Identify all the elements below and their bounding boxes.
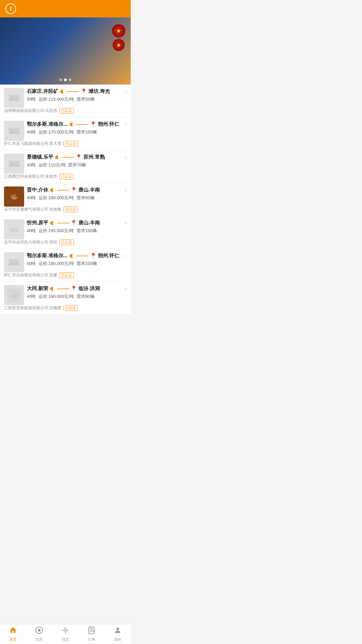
freight-item-1[interactable]: 石家庄.井陉矿 —— 📍 潍坊.寿光 50吨 运价:115.000元/吨 需求5… <box>0 85 131 117</box>
item-thumb <box>4 121 24 141</box>
chevron-right-icon: › <box>125 154 127 161</box>
chevron-right-icon: › <box>125 121 127 128</box>
pin-icon: 📍 <box>75 154 82 160</box>
route-arrow: —— <box>69 252 88 259</box>
certified-badge: 已认证 <box>59 272 74 278</box>
freight-item-6[interactable]: 鄂尔多斯.准格尔... —— 📍 朔州.怀仁 40吨 运价:180.000元/吨… <box>0 249 131 282</box>
freight-item-4[interactable]: 🍜 晋中.介休 —— 📍 唐山.丰南 40吨 运价:180.000元/吨 需求5 <box>0 183 131 216</box>
freight-item-2[interactable]: 鄂尔多斯.准格尔... —— 📍 朔州.怀仁 40吨 运价:170.000元/吨… <box>0 117 131 150</box>
route-dest: 潍坊.寿光 <box>88 88 110 95</box>
certified-badge: 已认证 <box>63 141 78 147</box>
chevron-right-icon: › <box>125 285 127 292</box>
item-company-row: 江西腾宏钙业有限公司:朱相华 已认证 <box>4 174 127 179</box>
route-row: 石家庄.井陉矿 —— 📍 潍坊.寿光 <box>27 88 123 95</box>
route-arrow: —— <box>50 186 69 194</box>
route-row: 大同.新荣 —— 📍 临汾.洪洞 <box>27 285 123 292</box>
route-row: 鄂尔多斯.准格尔... —— 📍 朔州.怀仁 <box>27 121 123 128</box>
item-content-row: 景德镇.乐平 —— 📍 苏州.常熟 40吨 运价:110元/吨 需求70辆 › <box>4 154 127 174</box>
freight-item-3[interactable]: 景德镇.乐平 —— 📍 苏州.常熟 40吨 运价:110元/吨 需求70辆 › <box>0 150 131 183</box>
item-company-row: 江西晋景新能源有限公司:洪雅茜 已认证 <box>4 305 127 311</box>
pin-icon: 📍 <box>80 88 87 95</box>
dot-3[interactable] <box>69 78 71 81</box>
item-company-row: 怀仁市合创煤业有限公司:安馨 已认证 <box>4 272 127 278</box>
svg-point-19 <box>15 259 18 262</box>
route-dest: 唐山.丰南 <box>78 187 100 193</box>
header: i <box>0 0 131 17</box>
item-company: 乐平市金邦热力有限公司:邵恒 <box>4 239 57 245</box>
item-company: 怀仁市合创煤业有限公司:安馨 <box>4 272 57 278</box>
item-info: 忻州.原平 —— 📍 唐山.丰南 40吨 运价:195.000元/吨 需求100… <box>27 219 123 234</box>
pin-icon: 📍 <box>70 220 77 226</box>
item-details: 40吨 运价:180.000元/吨 需求50辆 <box>27 195 123 201</box>
route-dest: 临汾.洪洞 <box>78 285 100 292</box>
certified-badge: 已认证 <box>59 174 74 179</box>
item-company: 江西晋景新能源有限公司:洪雅茜 <box>4 305 61 311</box>
route-row: 晋中.介休 —— 📍 唐山.丰南 <box>27 186 123 194</box>
item-details: 50吨 运价:115.000元/吨 需求50辆 <box>27 96 123 102</box>
item-info: 景德镇.乐平 —— 📍 苏州.常熟 40吨 运价:110元/吨 需求70辆 <box>27 154 123 169</box>
item-details: 40吨 运价:190.000元/吨 需求80辆 <box>27 293 123 300</box>
info-icon[interactable]: i <box>5 3 16 14</box>
item-content-row: 鄂尔多斯.准格尔... —— 📍 朔州.怀仁 40吨 运价:170.000元/吨… <box>4 121 127 141</box>
item-info: 鄂尔多斯.准格尔... —— 📍 朔州.怀仁 40吨 运价:180.000元/吨… <box>27 252 123 267</box>
item-details: 40吨 运价:170.000元/吨 需求100辆 <box>27 129 123 135</box>
item-thumb: 海报 <box>4 285 24 305</box>
banner-text <box>5 23 112 27</box>
svg-point-7 <box>15 128 18 130</box>
item-content-row: 海报 大同.新荣 —— 📍 临汾.洪洞 40吨 运价:190.000元/吨 需求… <box>4 285 127 305</box>
item-info: 石家庄.井陉矿 —— 📍 潍坊.寿光 50吨 运价:115.000元/吨 需求5… <box>27 88 123 103</box>
banner-dots[interactable] <box>59 78 71 81</box>
route-arrow: —— <box>50 285 69 292</box>
pin-icon: 📍 <box>70 187 77 193</box>
item-content-row: 鄂尔多斯.准格尔... —— 📍 朔州.怀仁 40吨 运价:180.000元/吨… <box>4 252 127 272</box>
item-details: 40吨 运价:195.000元/吨 需求100辆 <box>27 228 123 234</box>
svg-text:新闻: 新闻 <box>10 228 18 232</box>
item-thumb <box>4 88 24 108</box>
route-arrow: —— <box>50 219 69 226</box>
certified-badge: 已认证 <box>59 239 74 245</box>
chevron-right-icon: › <box>125 88 127 95</box>
route-row: 景德镇.乐平 —— 📍 苏州.常熟 <box>27 154 123 161</box>
item-company-row: 淄博腾煌能源有限公司:马宏杰 已认证 <box>4 108 127 114</box>
item-thumb: 🍜 <box>4 186 24 207</box>
route-origin: 鄂尔多斯.准格尔... <box>27 253 68 259</box>
item-details: 40吨 运价:110元/吨 需求70辆 <box>27 162 123 168</box>
item-content-row: 新闻 忻州.原平 —— 📍 唐山.丰南 40吨 运价:195.000元/吨 需求… <box>4 219 127 239</box>
banner: ★ ★ <box>0 17 131 85</box>
freight-item-5[interactable]: 新闻 忻州.原平 —— 📍 唐山.丰南 40吨 运价:195.000元/吨 需求… <box>0 216 131 249</box>
chevron-right-icon: › <box>125 252 127 259</box>
pin-icon: 📍 <box>90 121 97 127</box>
route-arrow: —— <box>55 154 74 161</box>
route-origin: 晋中.介休 <box>27 187 48 193</box>
route-arrow: —— <box>69 121 88 128</box>
route-origin: 石家庄.井陉矿 <box>27 88 58 95</box>
dot-2[interactable] <box>64 78 67 81</box>
chevron-right-icon: › <box>125 219 127 226</box>
banner-logos: ★ ★ <box>112 24 125 51</box>
svg-text:🍜: 🍜 <box>10 192 18 200</box>
certified-badge: 已认证 <box>63 305 78 311</box>
svg-text:海报: 海报 <box>11 294 17 298</box>
route-arrow: —— <box>60 88 79 95</box>
item-company: 淄博腾煌能源有限公司:马宏杰 <box>4 108 57 114</box>
freight-list: 石家庄.井陉矿 —— 📍 潍坊.寿光 50吨 运价:115.000元/吨 需求5… <box>0 85 131 338</box>
national-emblem-1: ★ <box>112 24 125 38</box>
svg-point-3 <box>15 95 18 98</box>
item-company-row: 怀仁市辰飞能源有限公司:李大雪 已认证 <box>4 141 127 147</box>
freight-item-7[interactable]: 海报 大同.新荣 —— 📍 临汾.洪洞 40吨 运价:190.000元/吨 需求… <box>0 282 131 315</box>
item-company-row: 乐平市宝通燃气有限公司:张艳梅 已认证 <box>4 207 127 212</box>
route-dest: 苏州.常熟 <box>83 154 105 160</box>
item-info: 大同.新荣 —— 📍 临汾.洪洞 40吨 运价:190.000元/吨 需求80辆 <box>27 285 123 300</box>
route-origin: 景德镇.乐平 <box>27 154 53 160</box>
dot-1[interactable] <box>59 78 62 81</box>
item-content-row: 🍜 晋中.介休 —— 📍 唐山.丰南 40吨 运价:180.000元/吨 需求5 <box>4 186 127 207</box>
item-thumb <box>4 154 24 174</box>
item-details: 40吨 运价:180.000元/吨 需求100辆 <box>27 261 123 267</box>
item-company: 乐平市宝通燃气有限公司:张艳梅 <box>4 207 61 212</box>
item-company: 怀仁市辰飞能源有限公司:李大雪 <box>4 141 61 147</box>
chevron-right-icon: › <box>125 186 127 194</box>
pin-icon: 📍 <box>90 253 97 259</box>
item-info: 晋中.介休 —— 📍 唐山.丰南 40吨 运价:180.000元/吨 需求50辆 <box>27 186 123 202</box>
item-info: 鄂尔多斯.准格尔... —— 📍 朔州.怀仁 40吨 运价:170.000元/吨… <box>27 121 123 136</box>
route-dest: 唐山.丰南 <box>78 220 100 226</box>
